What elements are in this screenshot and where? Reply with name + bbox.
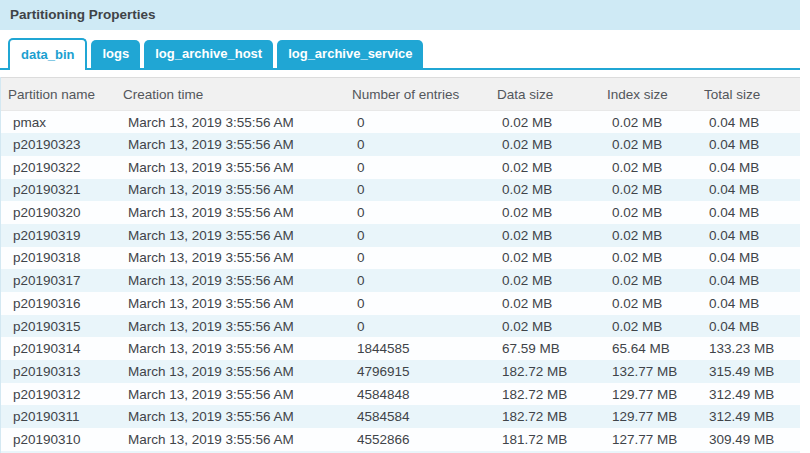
cell-partition-name: p20190317 xyxy=(1,269,116,292)
cell-number-of-entries: 4584848 xyxy=(345,383,490,406)
cell-number-of-entries: 0 xyxy=(345,224,490,247)
cell-data-size: 0.02 MB xyxy=(490,156,600,179)
cell-index-size: 0.02 MB xyxy=(600,315,697,338)
table-row-p20190313: p20190313March 13, 2019 3:55:56 AM479691… xyxy=(1,360,800,383)
cell-number-of-entries: 0 xyxy=(345,315,490,338)
cell-total-size: 0.04 MB xyxy=(697,315,800,338)
cell-total-size: 0.04 MB xyxy=(697,247,800,270)
cell-data-size: 182.72 MB xyxy=(490,360,600,383)
cell-partition-name: p20190318 xyxy=(1,247,116,270)
cell-total-size: 0.04 MB xyxy=(697,179,800,202)
table-row-p20190312: p20190312March 13, 2019 3:55:56 AM458484… xyxy=(1,383,800,406)
cell-partition-name: p20190320 xyxy=(1,201,116,224)
cell-creation-time: March 13, 2019 3:55:56 AM xyxy=(116,315,345,338)
table-row-p20190322: p20190322March 13, 2019 3:55:56 AM00.02 … xyxy=(1,156,800,179)
cell-partition-name: p20190310 xyxy=(1,428,116,451)
cell-data-size: 181.72 MB xyxy=(490,428,600,451)
cell-partition-name: p20190313 xyxy=(1,360,116,383)
cell-number-of-entries: 1844585 xyxy=(345,337,490,360)
table-row-p20190314: p20190314March 13, 2019 3:55:56 AM184458… xyxy=(1,337,800,360)
table-row-p20190319: p20190319March 13, 2019 3:55:56 AM00.02 … xyxy=(1,224,800,247)
partitions-table: Partition nameCreation timeNumber of ent… xyxy=(1,77,800,451)
cell-creation-time: March 13, 2019 3:55:56 AM xyxy=(116,428,345,451)
cell-total-size: 309.49 MB xyxy=(697,428,800,451)
cell-index-size: 0.02 MB xyxy=(600,201,697,224)
cell-index-size: 129.77 MB xyxy=(600,405,697,428)
table-row-p20190323: p20190323March 13, 2019 3:55:56 AM00.02 … xyxy=(1,133,800,156)
cell-index-size: 0.02 MB xyxy=(600,133,697,156)
cell-index-size: 65.64 MB xyxy=(600,337,697,360)
cell-index-size: 129.77 MB xyxy=(600,383,697,406)
table-row-p20190311: p20190311March 13, 2019 3:55:56 AM458458… xyxy=(1,405,800,428)
cell-total-size: 0.04 MB xyxy=(697,292,800,315)
cell-index-size: 0.02 MB xyxy=(600,269,697,292)
cell-partition-name: pmax xyxy=(1,111,116,134)
cell-creation-time: March 13, 2019 3:55:56 AM xyxy=(116,292,345,315)
cell-data-size: 67.59 MB xyxy=(490,337,600,360)
cell-index-size: 0.02 MB xyxy=(600,179,697,202)
column-header-data-size: Data size xyxy=(490,78,600,111)
tab-logs[interactable]: logs xyxy=(91,40,140,68)
cell-number-of-entries: 0 xyxy=(345,247,490,270)
cell-total-size: 312.49 MB xyxy=(697,383,800,406)
tab-log_archive_service[interactable]: log_archive_service xyxy=(277,40,423,68)
cell-total-size: 315.49 MB xyxy=(697,360,800,383)
cell-creation-time: March 13, 2019 3:55:56 AM xyxy=(116,247,345,270)
table-row-p20190317: p20190317March 13, 2019 3:55:56 AM00.02 … xyxy=(1,269,800,292)
partitioning-properties-panel: Partitioning Properties data_binlogslog_… xyxy=(0,0,800,453)
table-row-pmax: pmaxMarch 13, 2019 3:55:56 AM00.02 MB0.0… xyxy=(1,111,800,134)
tab-data_bin[interactable]: data_bin xyxy=(8,38,87,70)
cell-number-of-entries: 4584584 xyxy=(345,405,490,428)
tab-bar: data_binlogslog_archive_hostlog_archive_… xyxy=(0,40,800,70)
cell-creation-time: March 13, 2019 3:55:56 AM xyxy=(116,383,345,406)
cell-data-size: 0.02 MB xyxy=(490,315,600,338)
cell-partition-name: p20190321 xyxy=(1,179,116,202)
cell-total-size: 0.04 MB xyxy=(697,111,800,134)
cell-creation-time: March 13, 2019 3:55:56 AM xyxy=(116,405,345,428)
cell-number-of-entries: 4796915 xyxy=(345,360,490,383)
column-header-partition-name: Partition name xyxy=(1,78,116,111)
cell-number-of-entries: 0 xyxy=(345,292,490,315)
cell-total-size: 0.04 MB xyxy=(697,156,800,179)
table-row-p20190318: p20190318March 13, 2019 3:55:56 AM00.02 … xyxy=(1,247,800,270)
cell-total-size: 0.04 MB xyxy=(697,133,800,156)
cell-total-size: 0.04 MB xyxy=(697,201,800,224)
cell-partition-name: p20190323 xyxy=(1,133,116,156)
cell-data-size: 0.02 MB xyxy=(490,133,600,156)
cell-total-size: 312.49 MB xyxy=(697,405,800,428)
cell-number-of-entries: 0 xyxy=(345,156,490,179)
cell-creation-time: March 13, 2019 3:55:56 AM xyxy=(116,269,345,292)
tab-log_archive_host[interactable]: log_archive_host xyxy=(144,40,273,68)
cell-number-of-entries: 0 xyxy=(345,201,490,224)
cell-data-size: 0.02 MB xyxy=(490,269,600,292)
cell-data-size: 0.02 MB xyxy=(490,292,600,315)
cell-index-size: 127.77 MB xyxy=(600,428,697,451)
cell-creation-time: March 13, 2019 3:55:56 AM xyxy=(116,337,345,360)
cell-creation-time: March 13, 2019 3:55:56 AM xyxy=(116,201,345,224)
cell-data-size: 0.02 MB xyxy=(490,179,600,202)
cell-partition-name: p20190315 xyxy=(1,315,116,338)
table-row-p20190320: p20190320March 13, 2019 3:55:56 AM00.02 … xyxy=(1,201,800,224)
cell-creation-time: March 13, 2019 3:55:56 AM xyxy=(116,179,345,202)
cell-data-size: 182.72 MB xyxy=(490,383,600,406)
table-row-p20190310: p20190310March 13, 2019 3:55:56 AM455286… xyxy=(1,428,800,451)
cell-partition-name: p20190311 xyxy=(1,405,116,428)
column-header-total-size: Total size xyxy=(697,78,800,111)
cell-number-of-entries: 4552866 xyxy=(345,428,490,451)
cell-index-size: 0.02 MB xyxy=(600,224,697,247)
cell-data-size: 0.02 MB xyxy=(490,111,600,134)
cell-total-size: 0.04 MB xyxy=(697,224,800,247)
cell-partition-name: p20190322 xyxy=(1,156,116,179)
cell-creation-time: March 13, 2019 3:55:56 AM xyxy=(116,111,345,134)
cell-total-size: 0.04 MB xyxy=(697,269,800,292)
cell-number-of-entries: 0 xyxy=(345,111,490,134)
table-row-p20190321: p20190321March 13, 2019 3:55:56 AM00.02 … xyxy=(1,179,800,202)
cell-partition-name: p20190312 xyxy=(1,383,116,406)
cell-data-size: 0.02 MB xyxy=(490,247,600,270)
cell-partition-name: p20190314 xyxy=(1,337,116,360)
panel-title: Partitioning Properties xyxy=(0,0,800,30)
partitions-table-container: Partition nameCreation timeNumber of ent… xyxy=(0,77,800,453)
table-header: Partition nameCreation timeNumber of ent… xyxy=(1,78,800,111)
cell-index-size: 0.02 MB xyxy=(600,156,697,179)
cell-partition-name: p20190319 xyxy=(1,224,116,247)
